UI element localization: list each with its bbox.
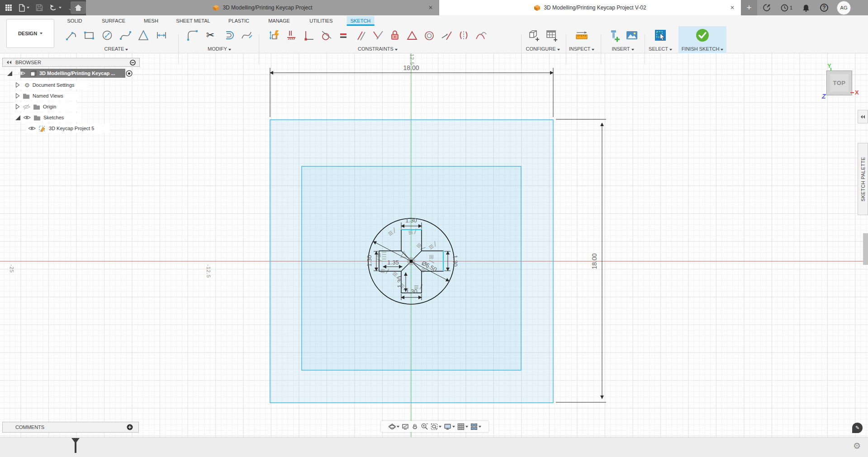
- inner-square-profile[interactable]: [302, 166, 521, 370]
- dim-square-width[interactable]: [270, 68, 553, 117]
- offset-tool-icon[interactable]: [221, 28, 236, 42]
- group-label-constraints[interactable]: CONSTRAINTS: [262, 46, 493, 52]
- eye-icon[interactable]: [28, 126, 36, 131]
- viewcube[interactable]: TOP: [826, 71, 852, 95]
- tab-mesh[interactable]: MESH: [140, 16, 162, 26]
- equal-constraint-icon[interactable]: [336, 28, 351, 42]
- rectangle-tool-icon[interactable]: [82, 28, 96, 42]
- insert-fastener-icon[interactable]: [607, 28, 621, 42]
- expand-right-panel-button[interactable]: [858, 110, 868, 123]
- tab-manage[interactable]: MANAGE: [265, 16, 294, 26]
- avatar[interactable]: AG: [837, 1, 851, 15]
- look-at-button[interactable]: [402, 423, 409, 430]
- tab-solid[interactable]: SOLID: [63, 16, 85, 26]
- finish-sketch-button[interactable]: FINISH SKETCH: [678, 46, 726, 52]
- circle-tool-icon[interactable]: [100, 28, 114, 42]
- tree-row-document-settings[interactable]: ⚙ Document Settings: [15, 80, 75, 90]
- tab-surface[interactable]: SURFACE: [98, 16, 129, 26]
- tab-utilities[interactable]: UTILITIES: [306, 16, 336, 26]
- help-icon[interactable]: ?: [815, 4, 833, 12]
- coincident-constraint-icon[interactable]: [302, 28, 316, 42]
- collapsed-icon[interactable]: [15, 82, 20, 88]
- new-document-tab-button[interactable]: +: [741, 0, 757, 15]
- tree-row-sketches[interactable]: Sketches: [15, 113, 64, 122]
- eye-icon[interactable]: [23, 115, 31, 120]
- grid-snap-button[interactable]: [457, 423, 468, 430]
- tree-row-root[interactable]: 3D Modelling/Printing Keycap ...: [7, 69, 115, 78]
- auto-dimension-icon[interactable]: [267, 28, 282, 42]
- tree-item-label[interactable]: Origin: [43, 104, 56, 109]
- tree-item-label[interactable]: 3D Modelling/Printing Keycap ...: [39, 71, 115, 76]
- right-scrollbar-thumb[interactable]: [863, 233, 868, 265]
- fit-button[interactable]: [431, 423, 441, 430]
- activate-radio-icon[interactable]: [126, 70, 133, 77]
- workspace-selector[interactable]: DESIGN: [6, 19, 54, 48]
- trim-tool-icon[interactable]: ✂: [203, 28, 218, 42]
- pan-button[interactable]: [411, 423, 418, 430]
- fix-constraint-icon[interactable]: [388, 28, 402, 42]
- timeline-marker-pole[interactable]: [75, 438, 76, 453]
- close-tab-icon[interactable]: ✕: [730, 4, 735, 11]
- polygon-tool-icon[interactable]: [136, 28, 151, 42]
- group-label-inspect[interactable]: INSPECT: [568, 46, 595, 52]
- select-tool-icon[interactable]: [653, 28, 668, 42]
- midpoint-constraint-icon[interactable]: [405, 28, 419, 42]
- concentric-constraint-icon[interactable]: [422, 28, 436, 42]
- perpendicular-constraint-icon[interactable]: [370, 28, 385, 42]
- tree-item-label[interactable]: Sketches: [43, 115, 64, 120]
- break-tool-icon[interactable]: [239, 28, 254, 42]
- group-label-modify[interactable]: MODIFY: [182, 46, 257, 52]
- tab-plastic[interactable]: PLASTIC: [225, 16, 253, 26]
- tree-item-label[interactable]: Document Settings: [33, 82, 75, 88]
- file-menu-button[interactable]: [15, 0, 33, 15]
- dim-slot-bottom[interactable]: 1.30: [406, 288, 417, 295]
- add-comment-icon[interactable]: [127, 424, 133, 430]
- spline-tool-icon[interactable]: [118, 28, 133, 42]
- eye-icon[interactable]: [18, 71, 25, 76]
- collapse-circle-icon[interactable]: [130, 60, 136, 66]
- browser-header[interactable]: BROWSER: [2, 58, 140, 67]
- group-label-select[interactable]: SELECT: [648, 46, 673, 52]
- tree-item-label[interactable]: 3D Keycap Project 5: [49, 126, 94, 131]
- home-button[interactable]: [71, 1, 86, 14]
- configure-table-icon[interactable]: [545, 28, 559, 42]
- eye-off-icon[interactable]: [23, 104, 30, 110]
- sketch-dimension-icon[interactable]: [154, 28, 169, 42]
- zoom-button[interactable]: [421, 423, 428, 430]
- job-status-button[interactable]: 1: [776, 4, 797, 12]
- document-tab-active[interactable]: 3D Modelling/Printing Keycap Project V-0…: [439, 0, 741, 15]
- collapsed-icon[interactable]: [15, 104, 20, 109]
- collapse-panel-icon[interactable]: [6, 60, 12, 65]
- tree-row-origin[interactable]: Origin: [15, 102, 56, 111]
- viewcube-face-top[interactable]: TOP: [830, 74, 849, 92]
- tab-sheet-metal[interactable]: SHEET METAL: [172, 16, 213, 26]
- collapsed-icon[interactable]: [15, 93, 20, 99]
- dim-slot-right[interactable]: 1.30: [452, 255, 459, 266]
- configure-box-icon[interactable]: [526, 28, 541, 42]
- finish-sketch-icon[interactable]: [695, 28, 710, 42]
- comment-bubble-icon[interactable]: ✎: [852, 423, 863, 433]
- dim-slot-length[interactable]: 1.35: [387, 259, 398, 266]
- tree-item-label[interactable]: Named Views: [33, 93, 63, 99]
- sketch-palette-tab[interactable]: SKETCH PALETTE: [858, 143, 868, 215]
- group-label-configure[interactable]: CONFIGURE: [522, 46, 563, 52]
- curvature-constraint-icon[interactable]: [474, 28, 488, 42]
- symmetry-constraint-icon[interactable]: [456, 28, 471, 42]
- horizontal-vertical-constraint-icon[interactable]: [285, 28, 299, 42]
- extensions-icon[interactable]: [757, 4, 776, 12]
- app-grid-icon[interactable]: [2, 0, 15, 15]
- expanded-icon[interactable]: [7, 71, 12, 76]
- line-tool-icon[interactable]: [64, 28, 78, 42]
- group-label-insert[interactable]: INSERT: [603, 46, 643, 52]
- orbit-button[interactable]: [389, 423, 399, 430]
- timeline-settings-gear-icon[interactable]: ⚙: [853, 442, 861, 450]
- measure-tool-icon[interactable]: [574, 28, 589, 42]
- fillet-tool-icon[interactable]: [185, 28, 199, 42]
- tangent-constraint-icon[interactable]: [319, 28, 333, 42]
- save-icon[interactable]: [33, 0, 46, 15]
- comments-panel[interactable]: COMMENTS: [2, 422, 139, 433]
- document-tab-inactive[interactable]: 3D Modelling/Printing Keycap Project ✕: [86, 0, 439, 15]
- dim-slot-top[interactable]: 1.30: [405, 217, 417, 224]
- insert-image-icon[interactable]: [625, 28, 639, 42]
- dim-square-height-value[interactable]: 18.00: [591, 253, 598, 269]
